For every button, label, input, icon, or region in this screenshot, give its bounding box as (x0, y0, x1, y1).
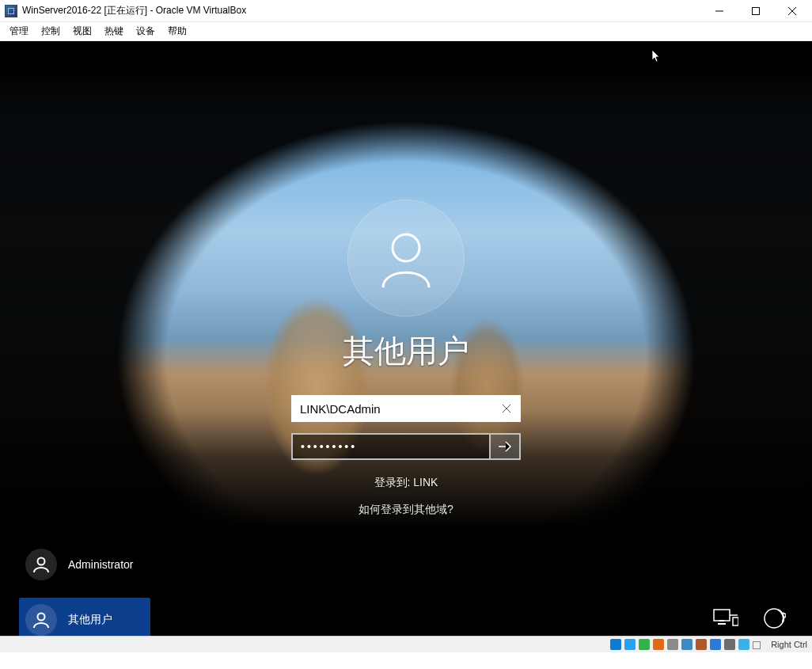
login-corner-buttons (709, 602, 790, 634)
status-shared-folders-icon[interactable] (681, 639, 692, 650)
virtualbox-icon (5, 5, 17, 17)
window-minimize-button[interactable] (701, 0, 738, 22)
svg-rect-10 (714, 610, 730, 621)
vbox-statusbar: Right Ctrl (0, 636, 812, 652)
user-switch-other-user[interactable]: 其他用户 (19, 598, 150, 636)
menu-help[interactable]: 帮助 (161, 23, 193, 40)
status-hostkey-icon (753, 641, 761, 649)
guest-area: 其他用户 登录到: LINK 如何登录到其他域? (0, 41, 812, 652)
menu-manage[interactable]: 管理 (3, 23, 35, 40)
user-icon (25, 549, 57, 580)
user-switch-administrator[interactable]: Administrator (19, 542, 150, 587)
login-display-name: 其他用户 (343, 329, 469, 373)
svg-rect-1 (753, 7, 760, 14)
other-domain-help-link[interactable]: 如何登录到其他域? (359, 503, 453, 517)
login-submit-button[interactable] (491, 433, 521, 460)
status-network-icon[interactable] (653, 639, 664, 650)
svg-rect-14 (733, 618, 738, 625)
username-input[interactable] (291, 395, 521, 422)
svg-point-8 (38, 558, 45, 565)
status-audio-icon[interactable] (639, 639, 650, 650)
menu-control[interactable]: 控制 (35, 23, 66, 40)
status-optical-icon[interactable] (624, 639, 636, 650)
login-panel: 其他用户 登录到: LINK 如何登录到其他域? (0, 200, 812, 517)
status-cpu-icon[interactable] (724, 639, 735, 650)
domain-label: 登录到: LINK (374, 476, 438, 490)
menu-view[interactable]: 视图 (66, 23, 98, 40)
vbox-titlebar: WinServer2016-22 [正在运行] - Oracle VM Virt… (0, 0, 812, 22)
user-avatar-large (347, 200, 465, 317)
password-row (291, 433, 521, 460)
user-switch-label: 其他用户 (68, 613, 112, 627)
user-switcher: Administrator 其他用户 (19, 542, 150, 636)
username-row (291, 395, 521, 422)
window-close-button[interactable] (774, 0, 810, 22)
status-hostkey-label: Right Ctrl (771, 640, 807, 649)
status-usb-icon[interactable] (667, 639, 678, 650)
user-icon (25, 604, 57, 636)
network-icon[interactable] (709, 602, 741, 634)
status-mouse-icon[interactable] (738, 639, 749, 650)
menu-hotkeys[interactable]: 热键 (98, 23, 130, 40)
window-title: WinServer2016-22 [正在运行] - Oracle VM Virt… (22, 4, 701, 17)
menu-devices[interactable]: 设备 (130, 23, 161, 40)
status-recording-icon[interactable] (710, 639, 721, 650)
ease-of-access-icon[interactable] (758, 602, 790, 634)
window-maximize-button[interactable] (738, 0, 774, 22)
mouse-cursor-icon (651, 49, 661, 63)
status-display-icon[interactable] (696, 639, 707, 650)
password-input[interactable] (291, 433, 491, 460)
svg-point-9 (38, 614, 45, 621)
clear-username-button[interactable] (497, 395, 516, 422)
status-hd-icon[interactable] (610, 639, 621, 650)
vbox-menubar: 管理 控制 视图 热键 设备 帮助 (0, 22, 812, 41)
svg-point-4 (393, 234, 419, 261)
user-switch-label: Administrator (68, 558, 133, 571)
